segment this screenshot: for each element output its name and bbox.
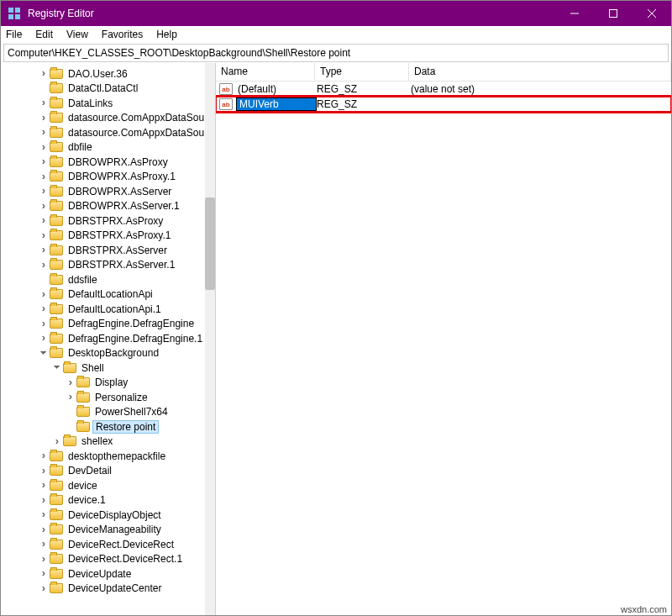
tree-item[interactable]: DataLinks [1, 96, 215, 111]
expand-icon[interactable] [65, 390, 76, 403]
tree-label: DeviceManageability [66, 524, 163, 535]
expand-icon[interactable] [38, 125, 50, 138]
folder-icon [50, 319, 63, 329]
tree-item[interactable]: DeviceUpdate [1, 566, 215, 582]
expand-icon[interactable] [38, 111, 50, 124]
tree-item[interactable]: DBRSTPRX.AsProxy [1, 213, 215, 229]
expand-icon[interactable] [38, 317, 50, 329]
expand-icon[interactable] [38, 523, 50, 535]
expand-icon[interactable] [38, 508, 50, 520]
value-row[interactable]: (Default)REG_SZ(value not set) [216, 82, 671, 97]
tree-item[interactable]: ddsfile [1, 272, 215, 287]
tree-item[interactable]: DefragEngine.DefragEngine [1, 317, 215, 332]
tree-item[interactable]: device [1, 478, 215, 493]
expand-icon[interactable] [38, 213, 50, 226]
expand-icon[interactable] [38, 155, 50, 167]
value-type: REG_SZ [317, 83, 411, 95]
expand-icon[interactable] [38, 302, 50, 314]
tree-label: DBRSTPRX.AsServer.1 [66, 259, 176, 271]
tree-item[interactable]: DefaultLocationApi.1 [1, 302, 215, 317]
expand-icon[interactable] [38, 66, 50, 79]
expand-icon[interactable] [38, 493, 50, 506]
menu-favorites[interactable]: Favorites [102, 29, 143, 40]
col-name[interactable]: Name [216, 63, 315, 81]
watermark: wsxdn.com [621, 604, 667, 614]
folder-icon [76, 377, 90, 387]
menu-help[interactable]: Help [156, 29, 177, 40]
tree-item[interactable]: DefaultLocationApi [1, 287, 215, 303]
expand-icon[interactable] [38, 348, 50, 357]
expand-icon[interactable] [38, 258, 50, 271]
tree-item[interactable]: datasource.ComAppxDataSou [1, 111, 215, 126]
expand-icon[interactable] [65, 376, 76, 388]
expand-icon[interactable] [38, 582, 50, 594]
tree-item[interactable]: DeviceDisplayObject [1, 508, 215, 523]
tree-item[interactable]: DBROWPRX.AsServer [1, 184, 215, 199]
value-name[interactable]: MUIVerb [236, 97, 317, 111]
tree-item[interactable]: datasource.ComAppxDataSou [1, 125, 215, 140]
expand-icon[interactable] [38, 243, 50, 255]
tree-label: DefaultLocationApi [66, 288, 155, 300]
tree-item[interactable]: Display [1, 376, 215, 391]
menu-file[interactable]: File [6, 29, 22, 40]
expand-icon[interactable] [38, 199, 50, 212]
expand-icon[interactable] [38, 170, 50, 182]
tree-pane[interactable]: DAO.User.36DataCtl.DataCtlDataLinksdatas… [1, 63, 216, 615]
menu-view[interactable]: View [66, 29, 88, 40]
expand-icon[interactable] [38, 566, 50, 579]
value-name[interactable]: (Default) [236, 83, 317, 95]
values-pane[interactable]: Name Type Data (Default)REG_SZ(value not… [216, 63, 671, 615]
expand-icon[interactable] [38, 464, 50, 476]
expand-icon[interactable] [38, 537, 50, 550]
tree-item[interactable]: Personalize [1, 390, 215, 405]
tree-scrollbar[interactable] [205, 63, 215, 615]
address-bar[interactable]: Computer\HKEY_CLASSES_ROOT\DesktopBackgr… [3, 44, 669, 62]
expand-icon[interactable] [38, 478, 50, 491]
tree-item[interactable]: DefragEngine.DefragEngine.1 [1, 331, 215, 346]
tree-item[interactable]: Shell [1, 361, 215, 376]
expand-icon[interactable] [38, 96, 50, 108]
tree-item[interactable]: desktopthemepackfile [1, 449, 215, 464]
col-data[interactable]: Data [409, 63, 671, 81]
tree-item[interactable]: DesktopBackground [1, 346, 215, 361]
tree-label: DesktopBackground [66, 347, 160, 359]
tree-item[interactable]: DevDetail [1, 464, 215, 479]
tree-item[interactable]: DBRSTPRX.AsServer [1, 243, 215, 258]
tree-item[interactable]: PowerShell7x64 [1, 405, 215, 420]
expand-icon[interactable] [38, 140, 50, 153]
menu-edit[interactable]: Edit [35, 29, 53, 40]
expand-icon[interactable] [38, 449, 50, 461]
tree-label: desktopthemepackfile [66, 450, 167, 462]
expand-icon[interactable] [38, 331, 50, 344]
tree-item[interactable]: DBRSTPRX.AsProxy.1 [1, 229, 215, 244]
expand-icon[interactable] [51, 362, 63, 371]
tree-item[interactable]: device.1 [1, 493, 215, 508]
tree-label: device [66, 480, 99, 492]
value-row[interactable]: MUIVerbREG_SZ [216, 97, 671, 112]
folder-icon [50, 83, 63, 93]
tree-item[interactable]: shellex [1, 434, 215, 450]
tree-item[interactable]: DeviceRect.DeviceRect [1, 537, 215, 552]
folder-icon [50, 260, 63, 270]
col-type[interactable]: Type [315, 63, 409, 81]
tree-label: DeviceUpdateCenter [66, 582, 163, 594]
tree-item[interactable]: DBRSTPRX.AsServer.1 [1, 258, 215, 273]
close-button[interactable] [633, 1, 671, 26]
tree-item[interactable]: DBROWPRX.AsServer.1 [1, 199, 215, 214]
maximize-button[interactable] [594, 1, 633, 26]
tree-item[interactable]: DBROWPRX.AsProxy.1 [1, 170, 215, 185]
expand-icon[interactable] [38, 552, 50, 565]
expand-icon[interactable] [38, 229, 50, 241]
expand-icon[interactable] [38, 184, 50, 197]
minimize-button[interactable] [555, 1, 594, 26]
tree-item[interactable]: DAO.User.36 [1, 66, 215, 82]
tree-item[interactable]: DeviceManageability [1, 523, 215, 538]
tree-item[interactable]: Restore point [1, 419, 215, 434]
expand-icon[interactable] [38, 287, 50, 300]
tree-item[interactable]: DeviceRect.DeviceRect.1 [1, 552, 215, 567]
tree-item[interactable]: dbfile [1, 140, 215, 155]
expand-icon[interactable] [51, 434, 63, 447]
tree-item[interactable]: DBROWPRX.AsProxy [1, 155, 215, 170]
tree-item[interactable]: DataCtl.DataCtl [1, 82, 215, 97]
tree-item[interactable]: DeviceUpdateCenter [1, 582, 215, 597]
